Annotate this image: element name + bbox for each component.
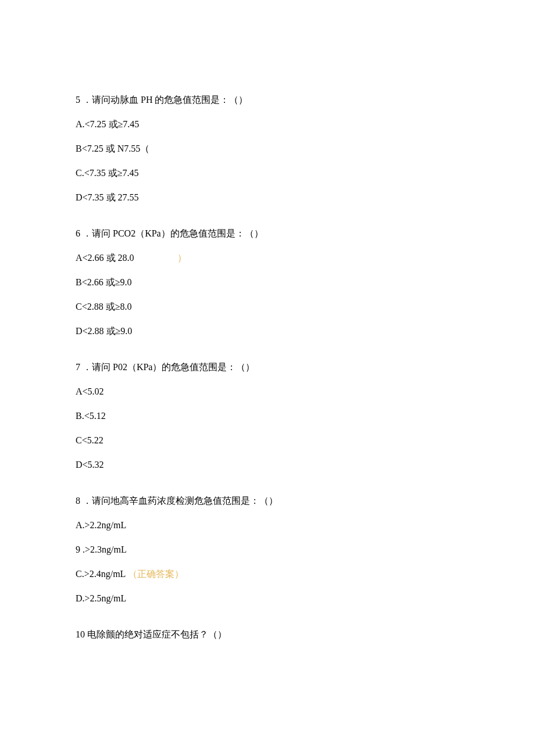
q8-a-label: A: [76, 520, 83, 530]
q7-b-text: .<5.12: [82, 411, 106, 421]
q5-option-c: C.<7.35 或≥7.45: [76, 166, 459, 180]
q6-option-b: B<2.66 或≥9.0: [76, 275, 459, 289]
q7-text: ．请问 P02（KPa）的危急值范围是：（）: [83, 362, 255, 372]
question-5-stem: 5 ．请问动脉血 PH 的危急值范围是：（）: [76, 93, 459, 107]
q5-b-text: <7.25 或 N7.55（: [82, 144, 150, 153]
q6-a-label: A: [76, 253, 83, 263]
question-8: 8 ．请问地高辛血药浓度检测危急值范围是：（） A.>2.2ng/mL 9 .>…: [76, 494, 459, 605]
q6-c-label: C: [76, 302, 82, 311]
question-7: 7 ．请问 P02（KPa）的危急值范围是：（） A<5.02 B.<5.12 …: [76, 360, 459, 472]
q6-option-c: C<2.88 或≥8.0: [76, 300, 459, 314]
q7-option-d: D<5.32: [76, 458, 459, 472]
q10-text: 电除颤的绝对适应症不包括？（）: [87, 629, 227, 639]
question-8-stem: 8 ．请问地高辛血药浓度检测危急值范围是：（）: [76, 494, 459, 508]
q7-b-label: B: [76, 411, 82, 421]
q7-c-text: <5.22: [82, 435, 104, 445]
q8-text: ．请问地高辛血药浓度检测危急值范围是：（）: [83, 496, 278, 506]
q6-d-text: <2.88 或≥9.0: [83, 326, 133, 336]
q5-c-label: C: [76, 168, 82, 178]
q7-number: 7: [76, 362, 80, 372]
q5-d-text: <7.35 或 27.55: [83, 192, 139, 202]
question-10: 10 电除颤的绝对适应症不包括？（）: [76, 628, 459, 642]
q8-c-label: C: [76, 569, 82, 579]
q8-c-text: .>2.4ng/mL: [82, 569, 126, 579]
q8-d-text: .>2.5ng/mL: [83, 593, 127, 603]
q5-option-d: D<7.35 或 27.55: [76, 191, 459, 205]
q7-option-c: C<5.22: [76, 433, 459, 447]
q7-d-text: <5.32: [83, 460, 104, 470]
q8-a-text: .>2.2ng/mL: [83, 520, 127, 530]
q8-number: 8: [76, 496, 80, 506]
q6-b-text: <2.66 或≥9.0: [82, 277, 132, 287]
q7-a-text: <5.02: [83, 386, 104, 396]
q6-c-text: <2.88 或≥8.0: [82, 302, 132, 311]
q5-option-b: B<7.25 或 N7.55（: [76, 142, 459, 156]
q8-b-label: 9: [76, 544, 80, 554]
question-6-stem: 6 ．请问 PCO2（KPa）的危急值范围是：（）: [76, 227, 459, 241]
q7-option-a: A<5.02: [76, 385, 459, 399]
q7-a-label: A: [76, 386, 83, 396]
question-7-stem: 7 ．请问 P02（KPa）的危急值范围是：（）: [76, 360, 459, 374]
q7-d-label: D: [76, 460, 83, 470]
document-page: 5 ．请问动脉血 PH 的危急值范围是：（） A.<7.25 或≥7.45 B<…: [0, 0, 535, 756]
question-10-stem: 10 电除颤的绝对适应症不包括？（）: [76, 628, 459, 642]
q6-a-paren: ）: [134, 251, 187, 265]
q8-c-correct: （正确答案）: [128, 569, 184, 579]
q8-b-text: .>2.3ng/mL: [80, 544, 127, 554]
q6-b-label: B: [76, 277, 82, 287]
q5-option-a: A.<7.25 或≥7.45: [76, 117, 459, 131]
q8-option-c: C.>2.4ng/mL（正确答案）: [76, 567, 459, 581]
q8-option-d: D.>2.5ng/mL: [76, 592, 459, 605]
q7-option-b: B.<5.12: [76, 409, 459, 423]
q5-text: ．请问动脉血 PH 的危急值范围是：（）: [83, 95, 248, 105]
q5-b-label: B: [76, 144, 82, 153]
q5-d-label: D: [76, 192, 83, 202]
q5-number: 5: [76, 95, 80, 105]
q8-d-label: D: [76, 593, 83, 603]
q6-number: 6: [76, 228, 80, 238]
q6-text: ．请问 PCO2（KPa）的危急值范围是：（）: [83, 228, 263, 238]
q6-d-label: D: [76, 326, 83, 336]
q6-option-a: A<2.66 或 28.0）: [76, 251, 459, 265]
q5-a-label: A: [76, 119, 83, 129]
question-5: 5 ．请问动脉血 PH 的危急值范围是：（） A.<7.25 或≥7.45 B<…: [76, 93, 459, 205]
q5-a-text: .<7.25 或≥7.45: [83, 119, 140, 129]
q6-a-text: <2.66 或 28.0: [83, 253, 134, 263]
q6-option-d: D<2.88 或≥9.0: [76, 324, 459, 338]
q7-c-label: C: [76, 435, 82, 445]
q8-option-b: 9 .>2.3ng/mL: [76, 543, 459, 557]
question-6: 6 ．请问 PCO2（KPa）的危急值范围是：（） A<2.66 或 28.0）…: [76, 227, 459, 338]
q10-number: 10: [76, 629, 85, 639]
q5-c-text: .<7.35 或≥7.45: [82, 168, 139, 178]
q8-option-a: A.>2.2ng/mL: [76, 518, 459, 532]
